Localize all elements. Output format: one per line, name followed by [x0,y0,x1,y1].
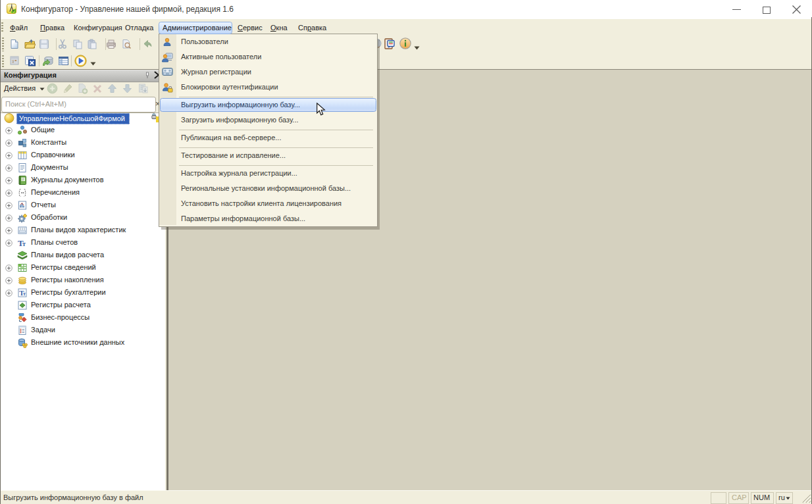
svg-text:т: т [23,291,26,297]
svg-text:т: т [22,240,26,247]
